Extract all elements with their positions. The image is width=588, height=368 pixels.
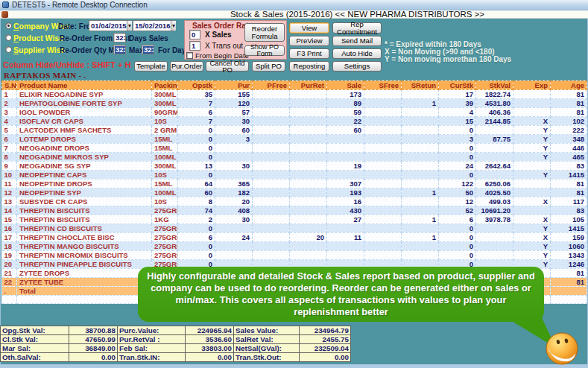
table-row[interactable]: 14THREPTIN BISCUITS275GRM744084305210691… — [2, 206, 587, 215]
table-row[interactable]: 6LOTEMP DROPS15ML03387.75Y348 — [2, 135, 587, 144]
table-row[interactable]: 9NEOGADINE SG SYP300ML133019242642.6483 — [2, 162, 587, 171]
table-row[interactable]: 1ELIXIR NEOGADINE SYP300ML35155173171822… — [2, 90, 587, 99]
reorder-last-input[interactable]: 321 — [113, 33, 126, 42]
cell: 30 — [215, 162, 253, 171]
show-po-form-button[interactable]: Show PO Form — [244, 45, 285, 56]
cell: 122 — [439, 180, 476, 188]
send-mail-button[interactable]: Send Mail — [332, 36, 382, 46]
sales-rate-input[interactable]: 0 — [189, 30, 200, 39]
col-header-s-no[interactable]: S.No — [2, 81, 17, 90]
radio-supplier-wise-label[interactable]: Supplier Wise — [13, 45, 65, 54]
date-to-field[interactable]: 15/02/2016 ▼ — [133, 20, 174, 31]
cell — [402, 224, 439, 233]
col-header-packing[interactable]: Packing — [152, 81, 178, 90]
cell — [215, 242, 253, 251]
table-row[interactable]: 7NEOGADINE DROPS15ML00Y446 — [2, 144, 587, 153]
cell: 12 — [439, 197, 476, 206]
view-button[interactable]: View — [289, 22, 329, 34]
cell: 1822.74 — [476, 90, 513, 99]
cell — [253, 171, 290, 180]
col-header-sfree[interactable]: SFree — [364, 81, 402, 90]
table-row[interactable]: 8NEOGADINE MIKROS SYP100ML00Y465 — [2, 153, 587, 162]
rep-commitment-button[interactable]: Rep Commitment — [332, 22, 382, 34]
table-row[interactable]: 18THREPTIN MANGO BISCUITS275GRM00Y1060 — [2, 242, 587, 251]
cell: THREPTIN MANGO BISCUITS — [17, 242, 152, 251]
cell: 6 — [439, 215, 476, 224]
col-header-sale[interactable]: Sale — [327, 81, 364, 90]
cell: 8 — [2, 153, 17, 162]
summary-label: Feb Sal: — [118, 344, 186, 353]
radio-supplier-wise[interactable] — [5, 46, 12, 53]
cell: 24 — [215, 233, 253, 242]
col-header-sretun[interactable]: SRetun — [402, 81, 439, 90]
table-row[interactable]: 19THREPTIN MICROMIX BISCUITS275GRM00Y134… — [2, 251, 587, 260]
table-row[interactable]: 11NEOPEPTINE DROPS15ML643653071226250.06… — [2, 180, 587, 188]
col-header-product-name[interactable]: Product Name — [17, 81, 152, 90]
qty-max-input[interactable]: 321 — [142, 45, 154, 54]
cell: ISOFLAV CR CAPS — [17, 117, 152, 126]
table-row[interactable]: 15THREPTIN BISCUITS1KG23027163978.78X105 — [2, 215, 587, 224]
qty-min-input[interactable]: 321 — [113, 45, 126, 54]
cell: 348 — [551, 135, 587, 144]
date-from-field[interactable]: 01/04/2015 ▼ — [89, 20, 130, 31]
reposting-button[interactable]: Reposting — [289, 61, 329, 72]
cell — [253, 180, 290, 188]
auto-hide-button[interactable]: Auto Hide — [332, 48, 382, 59]
table-row[interactable]: 5LACTODEX HMF SACHETS2 GRM060600Y222 — [2, 126, 587, 135]
cell: 0 — [178, 242, 215, 251]
table-row[interactable]: 10NEOPEPTINE CAPS10S00Y1415 — [2, 171, 587, 180]
col-header-pur[interactable]: Pur — [215, 81, 253, 90]
cell — [476, 242, 513, 251]
table-row[interactable]: 17THREPTIN CHOCLATE BISC275GRM624201110X… — [2, 233, 587, 242]
trans-rate-input[interactable]: 1 — [189, 41, 200, 51]
cancel-old-po-button[interactable]: Cancel Old PO — [206, 61, 249, 72]
cell — [327, 171, 364, 180]
col-header-opstk[interactable]: Opstk — [178, 81, 215, 90]
cell: 6 — [2, 135, 17, 144]
cell — [253, 90, 290, 99]
chevron-down-icon[interactable]: ▼ — [171, 21, 177, 31]
cell: 5 — [2, 126, 17, 135]
cell: 0 — [439, 242, 476, 251]
split-po-button[interactable]: Split PO — [252, 61, 285, 72]
table-row[interactable]: 13SUBSYDE CR CAPS10S8201612499.03X117 — [2, 197, 587, 206]
cell: 35 — [178, 90, 215, 99]
table-row[interactable]: 16THREPTIN CD BISCUITS275GRM00Y1415 — [2, 224, 587, 233]
pur-order-button[interactable]: Pur.Order — [170, 61, 203, 72]
f3-print-button[interactable]: F3 Print — [289, 48, 329, 59]
col-header-exp[interactable]: Exp — [513, 81, 551, 90]
col-header-stkval[interactable]: StkVal — [476, 81, 513, 90]
template-button[interactable]: Template — [134, 61, 168, 72]
cell — [253, 162, 290, 171]
settings-button[interactable]: Settings — [332, 61, 382, 72]
cell: 7 — [178, 117, 215, 126]
radio-product-wise-label[interactable]: Product Wise — [13, 34, 63, 42]
col-header-purret[interactable]: PurRet — [290, 81, 327, 90]
table-row[interactable]: 3IGOL POWDER90GRM657594406.3681 — [2, 108, 587, 117]
table-row[interactable]: 12NEOPEPTINE SYP100ML601821931504025.508… — [2, 188, 587, 197]
cell: LOTEMP DROPS — [17, 135, 152, 144]
cell: 1343 — [551, 251, 587, 260]
cell — [476, 251, 513, 260]
cell: 0 — [178, 135, 215, 144]
col-header-pfree[interactable]: PFree — [253, 81, 290, 90]
x-trans-out-label: X Trans out — [205, 42, 243, 50]
radio-company-wise[interactable] — [5, 22, 12, 29]
col-header-curstk[interactable]: CurStk — [439, 81, 476, 90]
col-header-age[interactable]: Age — [551, 81, 587, 90]
cell: 300ML — [152, 99, 178, 108]
title-bar: DETEST5 - Remote Desktop Connection — [0, 0, 588, 10]
radio-product-wise[interactable] — [5, 34, 12, 41]
cell: 18 — [2, 242, 17, 251]
chevron-down-icon[interactable]: ▼ — [127, 21, 133, 31]
table-row[interactable]: 2HEPATOGLOBINE FORTE SYP300ML71208913945… — [2, 99, 587, 108]
cell: ELIXIR NEOGADINE SYP — [17, 90, 152, 99]
cell: 12 — [2, 188, 17, 197]
preview-button[interactable]: PreView — [289, 36, 329, 46]
cell: 173 — [327, 90, 364, 99]
cell: 24 — [439, 162, 476, 171]
from-begin-date-checkbox[interactable] — [186, 52, 193, 59]
reorder-formula-button[interactable]: Reorder Formula — [244, 23, 285, 42]
cell: 406.36 — [476, 108, 513, 117]
table-row[interactable]: 4ISOFLAV CR CAPS10S73022152144.85X102 — [2, 117, 587, 126]
